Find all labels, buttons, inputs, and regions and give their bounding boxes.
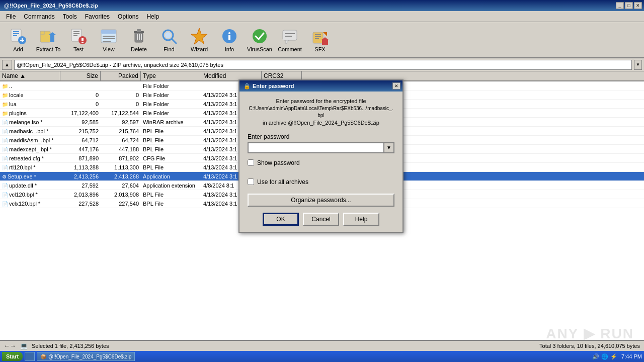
- help-button[interactable]: Help: [343, 213, 379, 226]
- dialog-title-label: Enter password: [253, 83, 294, 89]
- use-for-all-checkbox[interactable]: [248, 178, 254, 185]
- dialog-close-button[interactable]: ✕: [392, 82, 400, 89]
- dialog-input-row: ▼: [248, 142, 394, 153]
- dialog-desc-line1: Enter password for the encrypted file: [248, 98, 394, 105]
- organize-passwords-button[interactable]: Organize passwords...: [248, 194, 394, 207]
- ok-button[interactable]: OK: [263, 213, 299, 226]
- cancel-button[interactable]: Cancel: [303, 213, 339, 226]
- dialog-body: Enter password for the encrypted file C:…: [239, 92, 403, 232]
- show-password-checkbox[interactable]: [248, 159, 254, 166]
- help-label: Help: [355, 216, 368, 223]
- dialog-desc-line3: in archive @!!Open_File_2024_Pg5$C6De$.z…: [248, 119, 394, 127]
- dialog-description: Enter password for the encrypted file C:…: [248, 98, 394, 127]
- enter-password-dialog: 🔒 Enter password ✕ Enter password for th…: [238, 79, 404, 233]
- dialog-title-icon: 🔒: [244, 83, 251, 89]
- use-for-all-row: Use for all archives: [248, 178, 394, 186]
- password-input[interactable]: [248, 142, 383, 153]
- modal-overlay: 🔒 Enter password ✕ Enter password for th…: [0, 0, 644, 362]
- password-dropdown-button[interactable]: ▼: [383, 142, 394, 153]
- dialog-title-text: 🔒 Enter password: [244, 83, 294, 89]
- dialog-title-bar: 🔒 Enter password ✕: [239, 80, 403, 92]
- dialog-buttons: OK Cancel Help: [248, 213, 394, 226]
- show-password-label[interactable]: Show password: [257, 159, 300, 166]
- dialog-field-label: Enter password: [248, 133, 394, 140]
- organize-passwords-label: Organize passwords...: [291, 197, 351, 204]
- cancel-label: Cancel: [311, 216, 330, 223]
- show-password-row: Show password: [248, 159, 394, 166]
- ok-label: OK: [276, 216, 285, 223]
- dialog-desc-line2: C:\Users\admin\AppData\Local\Temp\Rar$EX…: [248, 105, 394, 119]
- use-for-all-label[interactable]: Use for all archives: [257, 178, 308, 186]
